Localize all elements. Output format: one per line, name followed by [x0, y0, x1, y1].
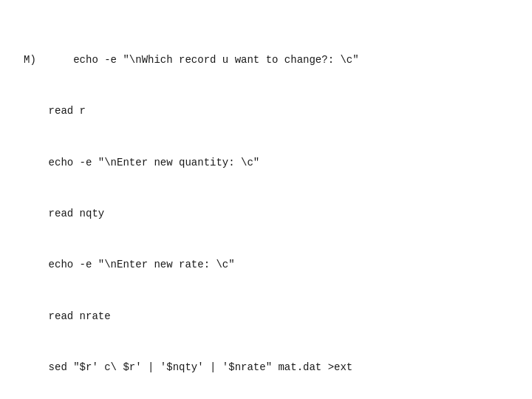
code-line-2: read r — [24, 103, 508, 120]
code-line-7: sed "$r' c\ $r' | '$nqty' | '$nrate" mat… — [24, 359, 508, 376]
code-display: M) echo -e "\nWhich record u want to cha… — [0, 0, 532, 399]
code-line-3: echo -e "\nEnter new quantity: \c" — [24, 154, 508, 171]
code-line-5: echo -e "\nEnter new rate: \c" — [24, 256, 508, 273]
code-line-4: read nqty — [24, 205, 508, 222]
code-line-6: read nrate — [24, 308, 508, 325]
code-line-1: M) echo -e "\nWhich record u want to cha… — [24, 52, 508, 69]
